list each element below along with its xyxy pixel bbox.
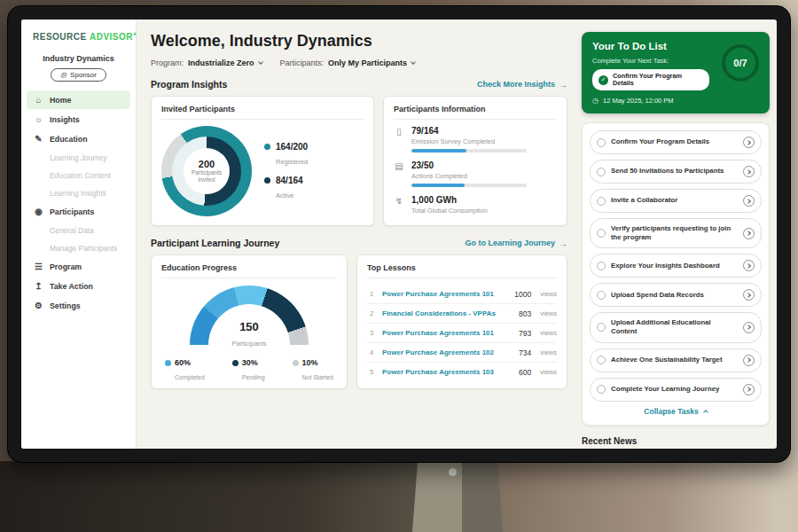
org-name: Industry Dynamics xyxy=(21,54,136,63)
lesson-rank: 3 xyxy=(367,329,376,337)
arrow-right-icon: → xyxy=(559,80,567,90)
task-item[interactable]: Explore Your Insights Dashboard xyxy=(590,254,762,278)
chevron-right-icon[interactable] xyxy=(743,137,755,148)
check-icon: ✓ xyxy=(598,75,608,85)
task-label: Achieve One Sustainability Target xyxy=(611,356,738,364)
task-item[interactable]: Verify participants requesting to join t… xyxy=(590,218,762,248)
task-item[interactable]: Confirm Your Program Details xyxy=(590,130,762,154)
card-title: Participants Information xyxy=(394,105,557,120)
task-checkbox[interactable] xyxy=(597,385,606,394)
legend-registered: 164/200 Registered xyxy=(264,142,308,168)
stat-emission-survey: ▯ 79/164 Emission Survey Completed xyxy=(394,126,557,153)
logo-secondary: ADVISOR xyxy=(90,32,133,42)
sidebar-item-education-content[interactable]: Education Content xyxy=(27,167,130,184)
todo-progress-ring: 0/7 xyxy=(722,44,759,82)
gauge-legend: 60% Completed 30% Pending xyxy=(161,358,337,383)
task-checkbox[interactable] xyxy=(597,262,606,270)
legend-not-started: 10% Not Started xyxy=(293,358,333,383)
sidebar-item-settings[interactable]: ⚙ Settings xyxy=(27,296,130,315)
task-item[interactable]: Upload Additional Educational Content xyxy=(590,312,762,342)
progress-bar xyxy=(411,184,527,187)
task-label: Verify participants requesting to join t… xyxy=(611,224,738,242)
participants-select[interactable]: Only My Participants xyxy=(328,59,415,67)
todo-summary-card: 0/7 Your To Do List Complete Your Next T… xyxy=(582,32,770,113)
task-checkbox[interactable] xyxy=(597,138,606,147)
task-item[interactable]: Send 50 Invitations to Participants xyxy=(590,160,762,184)
lesson-row: 2 Financial Considerations - VPPAs 803 v… xyxy=(367,304,557,324)
participants-information-card: Participants Information ▯ 79/164 Emissi… xyxy=(383,96,567,226)
gray-dot-icon xyxy=(293,360,299,366)
task-checkbox[interactable] xyxy=(597,197,606,206)
chevron-down-icon xyxy=(411,59,416,65)
card-title: Invited Participants xyxy=(161,105,364,120)
sidebar-item-manage-participants[interactable]: Manage Participants xyxy=(27,239,130,256)
monitor-stand xyxy=(412,461,503,532)
app-window: RESOURCE ADVISOR+ Industry Dynamics ◎ Sp… xyxy=(21,20,777,449)
lesson-link[interactable]: Power Purchase Agreements 102 xyxy=(382,348,512,356)
filters-bar: Program: Industrialize Zero Participants… xyxy=(151,59,567,67)
progress-bar xyxy=(411,149,527,153)
lesson-link[interactable]: Power Purchase Agreements 103 xyxy=(382,368,512,376)
energy-icon: ↯ xyxy=(394,196,404,218)
clipboard-icon: ▤ xyxy=(394,161,404,187)
task-item[interactable]: Complete Your Learning Journey xyxy=(590,378,762,402)
donut-center: 200 Participants Invited xyxy=(184,148,230,194)
next-task-pill[interactable]: ✓ Confirm Your Program Details xyxy=(592,69,709,90)
chevron-right-icon[interactable] xyxy=(743,384,755,395)
check-more-insights-link[interactable]: Check More Insights → xyxy=(477,80,567,90)
navy-dot-icon xyxy=(264,177,270,184)
upload-icon: ↥ xyxy=(34,281,43,291)
sidebar-item-participants[interactable]: ◉ Participants xyxy=(27,202,130,221)
invited-participants-card: Invited Participants 200 Participants In… xyxy=(151,96,374,226)
sidebar-item-home[interactable]: ⌂ Home xyxy=(27,90,130,109)
sidebar-item-general-data[interactable]: General Data xyxy=(27,222,130,239)
list-icon: ☰ xyxy=(34,262,43,271)
lesson-link[interactable]: Power Purchase Agreements 101 xyxy=(382,290,508,298)
sidebar-item-take-action[interactable]: ↥ Take Action xyxy=(27,277,130,295)
chevron-right-icon[interactable] xyxy=(743,228,755,239)
sidebar-item-learning-journey[interactable]: Learning Journey xyxy=(27,149,130,166)
lesson-link[interactable]: Power Purchase Agreements 101 xyxy=(382,329,512,337)
task-label: Send 50 Invitations to Participants xyxy=(611,167,738,176)
go-to-learning-journey-link[interactable]: Go to Learning Journey → xyxy=(465,239,567,248)
task-label: Confirm Your Program Details xyxy=(611,137,738,146)
task-checkbox[interactable] xyxy=(597,229,606,238)
lesson-row: 4 Power Purchase Agreements 102 734 view… xyxy=(367,343,557,363)
teal-dot-icon xyxy=(264,144,270,150)
monitor-bezel: RESOURCE ADVISOR+ Industry Dynamics ◎ Sp… xyxy=(7,5,791,463)
learning-journey-heading: Participant Learning Journey xyxy=(151,238,279,248)
sidebar-nav: ⌂ Home ☼ Insights ✎ Education Learning J… xyxy=(21,90,136,315)
task-checkbox[interactable] xyxy=(597,323,606,332)
top-lessons-card: Top Lessons 1 Power Purchase Agreements … xyxy=(356,254,567,389)
stat-actions-completed: ▤ 23/50 Actions Completed xyxy=(394,160,557,187)
lesson-link[interactable]: Financial Considerations - VPPAs xyxy=(382,309,512,317)
task-checkbox[interactable] xyxy=(597,356,606,364)
chevron-right-icon[interactable] xyxy=(743,260,755,271)
chevron-right-icon[interactable] xyxy=(743,289,755,301)
sidebar-item-learning-insights[interactable]: Learning Insights xyxy=(27,184,130,201)
task-label: Explore Your Insights Dashboard xyxy=(611,262,738,270)
battery-icon: ▯ xyxy=(394,127,404,153)
task-item[interactable]: Upload Spend Data Records xyxy=(590,283,762,307)
task-list-card: Confirm Your Program Details Send 50 Inv… xyxy=(582,122,770,426)
chevron-up-icon xyxy=(703,410,708,415)
sidebar: RESOURCE ADVISOR+ Industry Dynamics ◎ Sp… xyxy=(21,20,137,449)
sidebar-item-education[interactable]: ✎ Education xyxy=(27,129,130,148)
task-item[interactable]: Invite a Collaborator xyxy=(590,189,762,213)
lesson-rank: 2 xyxy=(367,309,376,317)
task-checkbox[interactable] xyxy=(597,168,606,176)
task-checkbox[interactable] xyxy=(597,291,606,300)
chevron-right-icon[interactable] xyxy=(743,322,755,333)
program-select[interactable]: Industrialize Zero xyxy=(188,59,262,67)
chevron-right-icon[interactable] xyxy=(743,355,755,366)
gauge-center: 150 Participants xyxy=(190,320,309,349)
sponsor-badge[interactable]: ◎ Sponsor xyxy=(51,68,106,82)
sidebar-item-program[interactable]: ☰ Program xyxy=(27,257,130,276)
chevron-right-icon[interactable] xyxy=(743,195,755,207)
sidebar-item-insights[interactable]: ☼ Insights xyxy=(27,110,130,129)
chevron-right-icon[interactable] xyxy=(743,166,755,177)
collapse-tasks-link[interactable]: Collapse Tasks xyxy=(590,407,762,416)
invited-participants-donut-chart: 200 Participants Invited xyxy=(161,126,252,216)
task-item[interactable]: Achieve One Sustainability Target xyxy=(590,348,762,372)
main-content: Welcome, Industry Dynamics Program: Indu… xyxy=(151,20,567,449)
